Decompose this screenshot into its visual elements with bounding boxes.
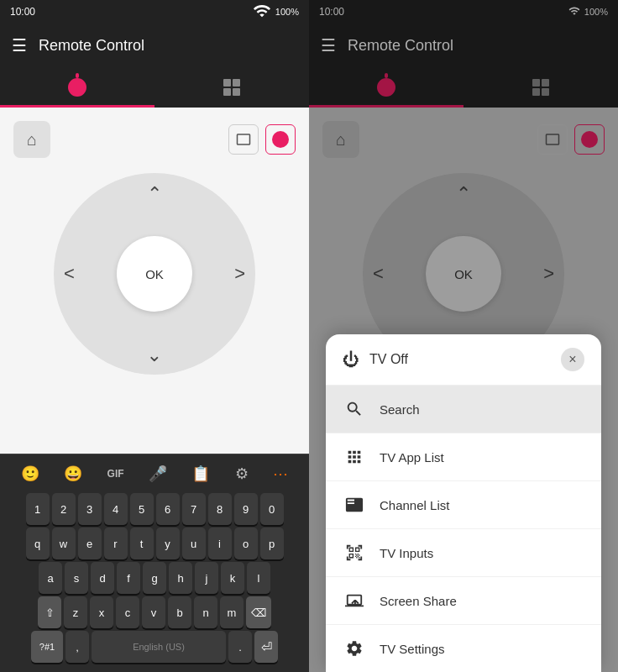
menu-item-search[interactable]: Search [326, 386, 601, 433]
key-comma[interactable]: , [65, 631, 89, 663]
key-3[interactable]: 3 [78, 493, 102, 525]
remote-tab-icon-left [68, 78, 86, 97]
keyboard-row-5: ?#1 , English (US) . ⏎ [2, 631, 307, 663]
key-space[interactable]: English (US) [92, 631, 226, 663]
key-t[interactable]: t [130, 528, 154, 559]
menu-label-search: Search [380, 402, 420, 417]
menu-item-channel-list[interactable]: Channel List [326, 481, 601, 529]
dpad-ok-left[interactable]: OK [117, 236, 192, 312]
key-2[interactable]: 2 [52, 493, 76, 525]
key-7[interactable]: 7 [182, 493, 206, 525]
context-menu: ⏻ TV Off × Search TV App List [326, 334, 601, 672]
key-symbols[interactable]: ?#1 [31, 631, 63, 663]
tabs-left [0, 67, 309, 108]
top-row-left: ⌂ [13, 121, 296, 158]
key-n[interactable]: n [194, 596, 217, 628]
gif-icon[interactable]: GIF [104, 465, 128, 483]
settings-icon[interactable]: ⚙ [232, 461, 252, 486]
key-backspace[interactable]: ⌫ [246, 596, 271, 628]
key-q[interactable]: q [26, 528, 50, 559]
key-a[interactable]: a [39, 562, 62, 594]
key-s[interactable]: s [65, 562, 88, 594]
key-y[interactable]: y [156, 528, 180, 559]
key-4[interactable]: 4 [104, 493, 128, 525]
more-icon[interactable]: ⋯ [270, 461, 291, 486]
grid-tab-icon-left [223, 79, 240, 96]
key-0[interactable]: 0 [260, 493, 284, 525]
mic-icon[interactable]: 🎤 [145, 461, 170, 486]
top-right-buttons-left [228, 124, 296, 155]
record-btn-left[interactable] [265, 124, 296, 155]
keyboard-overlay: 🙂 😀 GIF 🎤 📋 ⚙ ⋯ 1 2 3 4 5 6 7 8 9 0 q w … [0, 454, 309, 672]
sticker-icon[interactable]: 😀 [60, 461, 86, 486]
key-period[interactable]: . [228, 631, 252, 663]
key-e[interactable]: e [78, 528, 102, 559]
tab-grid-left[interactable] [154, 67, 309, 108]
close-menu-button[interactable]: × [561, 348, 584, 371]
key-g[interactable]: g [143, 562, 166, 594]
time-left: 10:00 [10, 6, 35, 18]
key-9[interactable]: 9 [234, 493, 258, 525]
key-m[interactable]: m [220, 596, 244, 628]
key-i[interactable]: i [208, 528, 232, 559]
screen-btn-left[interactable] [228, 124, 259, 155]
inputs-icon [343, 541, 366, 564]
menu-item-tv-app-list[interactable]: TV App List [326, 433, 601, 481]
key-u[interactable]: u [182, 528, 206, 559]
key-shift[interactable]: ⇧ [38, 596, 61, 628]
keyboard-toolbar: 🙂 😀 GIF 🎤 📋 ⚙ ⋯ [2, 458, 307, 490]
key-p[interactable]: p [260, 528, 284, 559]
menu-item-tv-settings[interactable]: TV Settings [326, 625, 601, 672]
menu-header-left: ⏻ TV Off [343, 350, 408, 370]
channel-icon [343, 493, 366, 517]
app-title-left: Remote Control [39, 37, 144, 55]
home-button-left[interactable]: ⌂ [13, 121, 50, 158]
key-c[interactable]: c [116, 596, 139, 628]
key-5[interactable]: 5 [130, 493, 154, 525]
dpad-down-left[interactable]: ⌃ [147, 343, 162, 365]
battery-left: 100% [275, 7, 299, 17]
menu-label-screen-share: Screen Share [380, 594, 457, 608]
emoji-icon[interactable]: 🙂 [18, 461, 43, 486]
keyboard-row-3: a s d f g h j k l [2, 562, 307, 594]
keyboard-row-2: q w e r t y u i o p [2, 528, 307, 559]
key-enter[interactable]: ⏎ [254, 631, 278, 663]
key-k[interactable]: k [221, 562, 244, 594]
key-j[interactable]: j [195, 562, 218, 594]
right-panel: 10:00 100% ☰ Remote Control ⌂ [309, 0, 618, 672]
key-w[interactable]: w [52, 528, 76, 559]
status-icons-left: 100% [253, 2, 299, 23]
key-f[interactable]: f [117, 562, 140, 594]
menu-label-tv-inputs: TV Inputs [380, 546, 433, 560]
menu-icon-left[interactable]: ☰ [12, 35, 27, 55]
key-l[interactable]: l [247, 562, 270, 594]
menu-header-label: TV Off [369, 352, 408, 367]
tv-settings-icon [343, 637, 366, 660]
tab-remote-left[interactable] [0, 67, 154, 108]
menu-header: ⏻ TV Off × [326, 334, 601, 386]
dpad-up-left[interactable]: ⌃ [147, 183, 162, 205]
key-8[interactable]: 8 [208, 493, 232, 525]
key-b[interactable]: b [168, 596, 191, 628]
key-h[interactable]: h [169, 562, 192, 594]
menu-label-tv-settings: TV Settings [380, 642, 445, 656]
key-v[interactable]: v [142, 596, 165, 628]
key-6[interactable]: 6 [156, 493, 180, 525]
menu-item-screen-share[interactable]: Screen Share [326, 577, 601, 625]
key-z[interactable]: z [64, 596, 87, 628]
key-1[interactable]: 1 [26, 493, 50, 525]
key-x[interactable]: x [90, 596, 113, 628]
keyboard-row-1: 1 2 3 4 5 6 7 8 9 0 [2, 493, 307, 525]
status-bar-left: 10:00 100% [0, 0, 309, 24]
dpad-left-left[interactable]: < [64, 263, 75, 285]
key-o[interactable]: o [234, 528, 258, 559]
apps-icon [343, 445, 366, 469]
wifi-icon-left [253, 2, 271, 23]
clipboard-icon[interactable]: 📋 [188, 461, 213, 486]
menu-item-tv-inputs[interactable]: TV Inputs [326, 529, 601, 577]
key-r[interactable]: r [104, 528, 128, 559]
dpad-right-left[interactable]: > [234, 263, 245, 285]
left-panel: 10:00 100% ☰ Remote Control ⌂ [0, 0, 309, 672]
key-d[interactable]: d [91, 562, 114, 594]
search-icon [343, 397, 366, 421]
